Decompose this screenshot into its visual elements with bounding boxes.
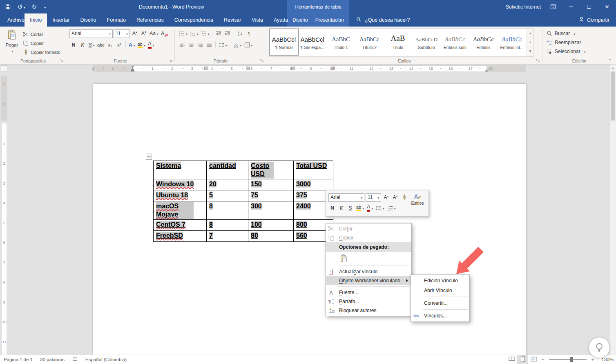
table-cell[interactable]: 3000 <box>294 179 333 190</box>
table-cell[interactable]: 20 <box>207 179 248 190</box>
table-cell[interactable]: 5 <box>207 190 248 201</box>
styles-scroll-up-icon[interactable] <box>527 29 533 38</box>
tab-formato[interactable]: Formato <box>102 13 132 27</box>
font-dialog-launcher[interactable] <box>168 58 173 63</box>
styles-dialog-launcher[interactable] <box>536 58 540 63</box>
style-item-5[interactable]: AaBTítulo <box>384 29 412 55</box>
context-menu-item-actualizar-vínculo[interactable]: !Actualizar vínculo <box>326 267 411 276</box>
multilevel-list-button[interactable] <box>200 29 210 38</box>
paste-dropdown-icon[interactable] <box>11 48 13 53</box>
table-column-marker[interactable] <box>246 67 250 70</box>
find-button[interactable]: Buscar <box>547 29 575 38</box>
mini-underline-button[interactable]: S <box>346 204 354 212</box>
zoom-slider[interactable] <box>549 359 587 360</box>
language-indicator[interactable]: Español (Colombia) <box>82 355 130 364</box>
context-menu-item-cortar[interactable]: Cortar <box>326 224 411 233</box>
table-move-handle[interactable] <box>146 154 152 160</box>
text-effects-button[interactable]: A <box>128 41 136 49</box>
web-layout-button[interactable] <box>528 355 539 364</box>
tab-selector[interactable] <box>1 65 7 72</box>
subscript-button[interactable]: x₂ <box>106 41 114 49</box>
zoom-slider-thumb[interactable] <box>570 357 573 362</box>
table-cell[interactable]: macOS Mojave <box>154 201 207 220</box>
mini-highlight-button[interactable]: ab <box>355 204 365 212</box>
clipboard-dialog-launcher[interactable] <box>60 58 64 63</box>
context-menu-item-párrafo[interactable]: ¶Párrafo... <box>326 297 411 306</box>
mini-italic-button[interactable]: K <box>337 204 345 212</box>
left-indent-marker[interactable] <box>131 70 134 71</box>
show-marks-button[interactable]: ¶ <box>245 29 253 38</box>
style-item-7[interactable]: AaBbCcÉnfasis sutil <box>441 29 469 55</box>
justify-button[interactable] <box>205 41 213 49</box>
context-menu-item-copiar[interactable]: Copiar <box>326 233 411 242</box>
bold-button[interactable]: N <box>69 41 78 49</box>
contextual-tab-presentación[interactable]: Presentación <box>312 13 348 27</box>
share-button[interactable]: Compartir <box>578 13 609 27</box>
format-painter-button[interactable]: Copiar formato <box>23 48 60 56</box>
italic-button[interactable]: K <box>78 41 87 49</box>
table-cell[interactable]: 300 <box>248 201 294 220</box>
context-menu-item-fuente[interactable]: AFuente... <box>326 288 411 297</box>
mini-styles-button[interactable]: A Estilos <box>408 193 426 205</box>
h-ruler[interactable]: 21123456789101112131415161718 <box>0 65 609 73</box>
table-cell[interactable]: Windows 10 <box>154 179 207 190</box>
replace-button[interactable]: abac Reemplazar <box>547 38 581 47</box>
decrease-indent-button[interactable] <box>214 29 223 38</box>
table-header-cell[interactable]: cantidad <box>207 161 248 179</box>
font-size-select[interactable]: 11 <box>114 29 130 38</box>
numbering-button[interactable]: 123 <box>189 29 199 38</box>
collapse-ribbon-icon[interactable] <box>607 58 613 63</box>
table-header-cell[interactable]: Total USD <box>294 161 333 179</box>
maximize-button[interactable] <box>580 0 598 13</box>
tell-me-search[interactable]: ¿Qué desea hacer? <box>356 13 410 27</box>
tab-referencias[interactable]: Referencias <box>131 13 169 27</box>
shading-button[interactable] <box>232 41 243 49</box>
cut-button[interactable]: Cortar <box>23 30 43 38</box>
shrink-font-button[interactable]: A <box>140 29 148 38</box>
table-cell[interactable]: CentOS 7 <box>154 219 207 230</box>
mini-shrink-font-button[interactable]: A <box>391 194 399 201</box>
increase-indent-button[interactable] <box>223 29 232 38</box>
ribbon-display-options-icon[interactable] <box>550 4 556 10</box>
change-case-button[interactable]: Aa <box>149 29 159 38</box>
scrollbar-thumb[interactable] <box>611 71 615 121</box>
font-color-button[interactable]: A <box>147 41 155 49</box>
context-menu-item-bloquear-autores[interactable]: Bloquear autores <box>326 306 411 315</box>
align-left-button[interactable] <box>178 41 186 49</box>
style-item-4[interactable]: AaBbCcTítulo 2 <box>355 29 384 55</box>
mini-bullets-button[interactable] <box>375 204 385 212</box>
context-menu-paste-option-button[interactable] <box>326 252 411 264</box>
account-name[interactable]: Solvetic Internet <box>506 4 541 10</box>
style-item-1[interactable]: AaBbCcl¶ Normal <box>270 29 298 55</box>
customize-qat-button[interactable] <box>43 4 46 10</box>
v-ruler[interactable]: 211234567891011 <box>1 76 8 355</box>
proofing-status[interactable] <box>68 355 82 364</box>
table-cell[interactable]: 75 <box>248 190 294 201</box>
table-cell[interactable]: 100 <box>248 219 294 230</box>
table-header-cell[interactable]: Sistema <box>154 161 207 179</box>
copy-button[interactable]: Copiar <box>23 39 44 47</box>
contextual-tab-diseño[interactable]: Diseño <box>289 13 311 27</box>
table-cell[interactable]: Ubuntu 18 <box>154 190 207 201</box>
style-item-9[interactable]: AaBbCcÉnfasis int... <box>498 29 526 55</box>
table-cell[interactable]: 8 <box>207 219 248 230</box>
line-spacing-button[interactable] <box>218 41 228 49</box>
undo-dropdown-icon[interactable] <box>23 4 25 10</box>
minimize-button[interactable] <box>562 0 580 13</box>
table-cell[interactable]: 80 <box>248 230 294 241</box>
mini-bold-button[interactable]: N <box>328 204 336 212</box>
paragraph-dialog-launcher[interactable] <box>260 58 264 63</box>
style-item-6[interactable]: AaBbCcDSubtítulo <box>412 29 441 55</box>
bullets-button[interactable] <box>178 29 188 38</box>
zoom-out-button[interactable]: − <box>539 355 547 364</box>
link-submenu-item-edición-vínculo[interactable]: Edición Vínculo <box>411 276 469 286</box>
link-submenu-item-abrir-vínculo[interactable]: Abrir Vínculo <box>411 286 469 295</box>
table-cell[interactable]: FreebSD <box>154 230 207 241</box>
vertical-scrollbar[interactable] <box>609 65 616 355</box>
read-mode-button[interactable] <box>506 355 517 364</box>
page-indicator[interactable]: Página 1 de 1 <box>0 355 36 364</box>
superscript-button[interactable]: x² <box>115 41 123 49</box>
link-submenu-item-convertir[interactable]: Convertir... <box>411 298 469 308</box>
grow-font-button[interactable]: A <box>131 29 139 38</box>
link-submenu-item-vínculos[interactable]: Vínculos... <box>411 311 469 321</box>
